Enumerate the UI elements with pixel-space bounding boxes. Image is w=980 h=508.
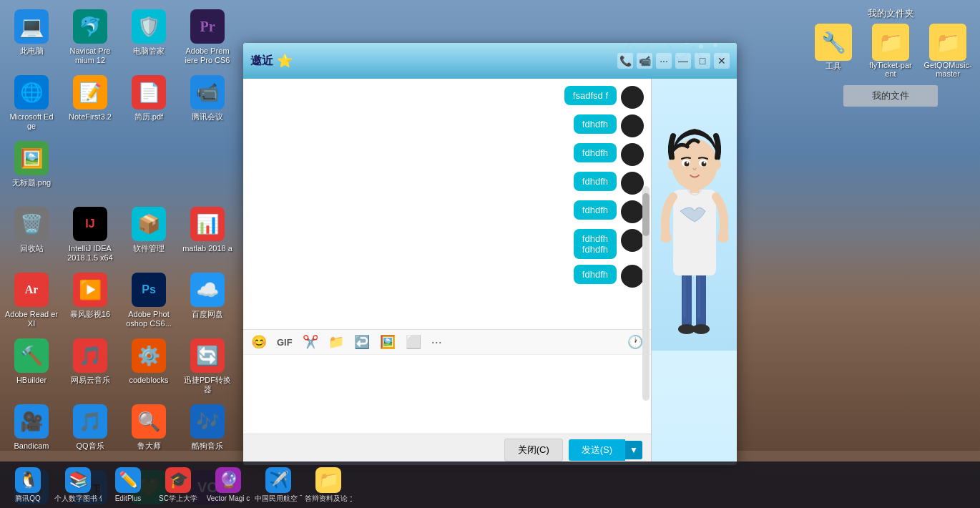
message-row: fdhdfh (250, 200, 644, 223)
message-input[interactable] (249, 361, 645, 428)
messages-area[interactable]: fsadfsd f fdhdfh fdhdfh fd (243, 79, 651, 329)
message-bubble: fdhdfh (574, 172, 617, 191)
message-bubble: fdhdfh (574, 143, 617, 162)
gif-button[interactable]: GIF (275, 336, 295, 349)
right-folder-flyticket[interactable]: 📁 flyTicket-par ent (866, 24, 916, 78)
desktop-icon-ludashi[interactable]: 🔍 鲁大师 (121, 399, 177, 461)
emoji-button[interactable]: 😊 (249, 333, 269, 351)
taskbar-qq[interactable]: 🐧 腾讯QQ (4, 464, 52, 507)
send-button[interactable]: 发送(S) (569, 439, 625, 461)
svg-point-0 (699, 44, 703, 49)
svg-point-1 (685, 43, 688, 44)
my-files-header: 我的文件夹 (868, 7, 914, 20)
desktop-icon-codeblocks[interactable]: ⚙️ codeblocks (121, 333, 177, 396)
desktop-icon-software-mgr[interactable]: 📦 软件管理 (121, 201, 177, 264)
more-tools-button[interactable]: ··· (429, 333, 444, 351)
desktop-icon-intellij[interactable]: IJ IntelliJ IDEA 2018.1.5 x64 (62, 201, 118, 264)
chat-avatar-container (652, 79, 737, 465)
chat-content: fsadfsd f fdhdfh fdhdfh fd (243, 79, 737, 465)
desktop-icon-qq-music[interactable]: 🎵 QQ音乐 (62, 399, 118, 461)
svg-point-12 (717, 233, 729, 243)
voice-call-button[interactable]: 📞 (617, 53, 633, 69)
chat-titlebar: 邀近 ⭐ 📞 📹 ··· — □ ✕ (243, 43, 737, 79)
restore-button[interactable]: □ (695, 53, 710, 69)
svg-point-20 (703, 162, 705, 164)
input-area (243, 355, 651, 434)
desktop-icon-navicat[interactable]: 🐬 Navicat Pre mium 12 (62, 4, 118, 67)
message-row: fdhdfh (250, 143, 644, 166)
svg-point-7 (692, 324, 710, 334)
taskbar-sc[interactable]: 🎓 SC学上大学 (154, 464, 202, 507)
message-bubble: fdhdfh (574, 265, 617, 284)
taskbar-editplus[interactable]: ✏️ EditPlus (104, 464, 152, 507)
message-row: fdhdfh (250, 114, 644, 137)
svg-point-2 (714, 44, 717, 47)
my-files-button[interactable]: 我的文件 (843, 85, 938, 107)
right-panel: 我的文件夹 🔧 工具 📁 flyTicket-par ent 📁 GetQQMu… (801, 0, 980, 461)
message-bubble: fdhdfh (574, 114, 617, 134)
chat-main: fsadfsd f fdhdfh fdhdfh fd (243, 79, 651, 465)
desktop-icon-ms-edge[interactable]: 🌐 Microsoft Ed ge (4, 69, 59, 132)
send-button-group: 发送(S) ▼ (569, 439, 642, 461)
message-avatar (621, 265, 644, 288)
desktop-icon-wutimu[interactable]: 🖼️ 无标题.png (4, 135, 59, 198)
desktop-icon-notefirst[interactable]: 📝 NoteFirst3.2 (62, 69, 118, 132)
desktop-icon-kugou-music[interactable]: 🎶 酷狗音乐 (180, 399, 235, 461)
message-bubble: fsadfsd f (564, 86, 617, 105)
message-row: fdhdfh fdhdfh (250, 229, 644, 259)
desktop-icon-computer-housekeeper[interactable]: 🛡️ 电脑管家 (121, 4, 177, 67)
chat-star-icon: ⭐ (277, 53, 293, 69)
chat-footer: 关闭(C) 发送(S) ▼ (243, 434, 651, 465)
svg-point-21 (668, 160, 675, 170)
chat-title: 邀近 ⭐ (250, 53, 293, 69)
folder-button[interactable]: 📁 (326, 333, 346, 351)
capture-button[interactable]: ⬜ (403, 333, 423, 351)
message-avatar (621, 200, 644, 223)
desktop-icon-recycle-bin[interactable]: 🗑️ 回收站 (4, 201, 59, 264)
desktop-icon-matlab[interactable]: 📊 matlab 2018 a (180, 201, 235, 264)
desktop-icon-tencent-meeting[interactable]: 📹 腾讯会议 (180, 69, 235, 132)
more-options-button[interactable]: ··· (656, 53, 672, 69)
close-chat-button[interactable]: 关闭(C) (504, 439, 563, 461)
svg-point-19 (686, 162, 688, 164)
right-folder-getqqmusic[interactable]: 📁 GetQQMusic- master (923, 24, 973, 78)
desktop-icon-baofeng[interactable]: ▶️ 暴风影视16 (62, 267, 118, 330)
desktop-icon-hbuilder[interactable]: 🔨 HBuilder (4, 333, 59, 396)
chat-window: 邀近 ⭐ 📞 📹 ··· — □ ✕ fsadfsd f (243, 43, 737, 465)
right-folder-tools[interactable]: 🔧 工具 (808, 24, 858, 78)
taskbar-air-ticket[interactable]: ✈️ 中国民用航空 飞行学院嗯嗯 (254, 464, 303, 507)
scissors-button[interactable]: ✂️ (300, 333, 320, 351)
desktop-icon-baidu-cloud[interactable]: ☁️ 百度网盘 (180, 267, 235, 330)
desktop-icon-adobe-reader[interactable]: Ar Adobe Read er XI (4, 267, 59, 330)
taskbar-vector-magic[interactable]: 🔮 Vector Magi c (204, 464, 253, 507)
scrollbar[interactable] (642, 186, 650, 401)
desktop-icon-jianli-pdf[interactable]: 📄 简历.pdf (121, 69, 177, 132)
desktop-icon-photoshop[interactable]: Ps Adobe Phot oshop CS6... (121, 267, 177, 330)
taskbar-answer-docs[interactable]: 📁 答辩资料及论 文档集.rar (304, 464, 353, 507)
svg-point-11 (660, 233, 672, 243)
desktop-icon-my-computer[interactable]: 💻 此电脑 (4, 4, 59, 67)
desktop-icon-jinjie-pdf[interactable]: 🔄 迅捷PDF转换器 (180, 333, 235, 396)
message-row: fdhdfh (250, 172, 644, 195)
my-files-items: 🔧 工具 📁 flyTicket-par ent 📁 GetQQMusic- m… (808, 24, 973, 78)
taskbar-personal-library[interactable]: 📚 个人数字图书 馆1 (54, 464, 102, 507)
desktop-icon-adobe-premiere[interactable]: Pr Adobe Prem iere Pro CS6 (180, 4, 235, 67)
input-toolbar: 😊 GIF ✂️ 📁 ↩️ 🖼️ ⬜ ··· 🕐 (243, 329, 651, 355)
message-row: fdhdfh (250, 265, 644, 288)
my-files-folder: 我的文件夹 🔧 工具 📁 flyTicket-par ent 📁 GetQQMu… (808, 7, 973, 107)
desktop-icon-bandicam[interactable]: 🎥 Bandicam (4, 399, 59, 461)
image-button[interactable]: 🖼️ (378, 333, 398, 351)
svg-rect-8 (683, 275, 686, 318)
close-window-button[interactable]: ✕ (714, 53, 730, 69)
send-dropdown-button[interactable]: ▼ (625, 441, 642, 459)
desktop-icon-netease-music[interactable]: 🎵 网易云音乐 (62, 333, 118, 396)
undo-button[interactable]: ↩️ (352, 333, 372, 351)
desktop: 💻 此电脑 🐬 Navicat Pre mium 12 🛡️ 电脑管家 Pr A… (0, 0, 980, 508)
minimize-button[interactable]: — (675, 53, 691, 69)
video-call-button[interactable]: 📹 (637, 53, 652, 69)
scroll-thumb[interactable] (642, 193, 650, 236)
chat-titlebar-buttons: 📞 📹 ··· — □ ✕ (617, 53, 730, 69)
message-row: fsadfsd f (250, 86, 644, 109)
message-bubble: fdhdfh fdhdfh (574, 229, 617, 259)
message-avatar (621, 143, 644, 166)
